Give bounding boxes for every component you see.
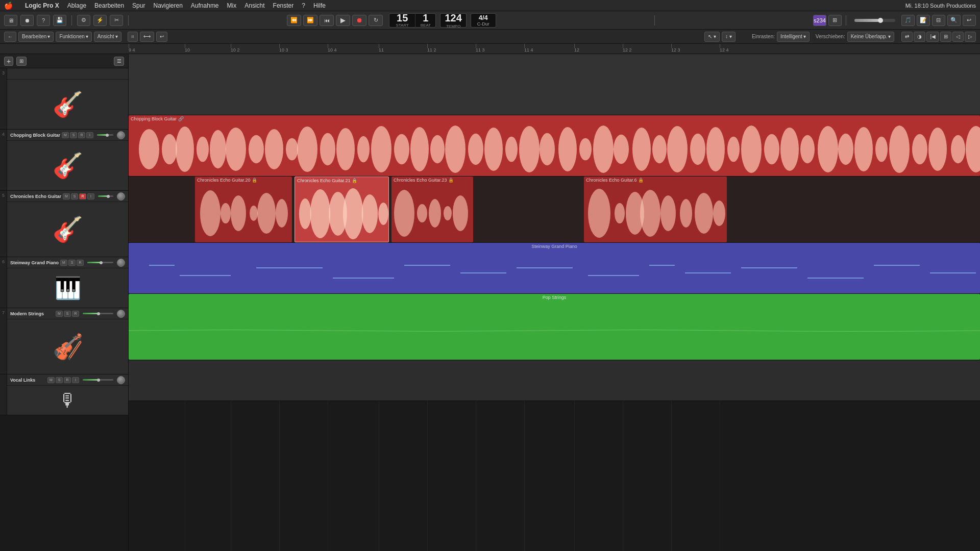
extra6[interactable]: ▷ — [965, 32, 976, 42]
ansicht-dropdown[interactable]: Ansicht ▾ — [94, 32, 121, 42]
datetime-display: Mi. 18:10 South Productions — [905, 3, 976, 9]
menu-spur[interactable]: Spur — [132, 2, 145, 9]
fast-forward-btn[interactable]: ⏩ — [303, 15, 317, 26]
tool2-btn[interactable]: ⊞ — [828, 15, 842, 26]
skip-back-btn[interactable]: ⏮ — [320, 15, 334, 26]
extra2[interactable]: ◑ — [914, 32, 925, 42]
loop-btn[interactable]: ↩ — [963, 15, 976, 26]
clip-chronicles-20[interactable]: Chronicles Echo Guitar.20 🔒 — [195, 177, 292, 242]
svg-point-56 — [362, 194, 378, 233]
volume-chopping[interactable] — [117, 131, 125, 139]
settings-btn[interactable]: ⚙ — [77, 15, 90, 26]
ruler-mark-122: 12 2 — [623, 44, 632, 54]
scissors-btn[interactable]: ✂ — [110, 15, 123, 26]
menu-mix[interactable]: Mix — [227, 2, 237, 9]
volume-strings[interactable] — [117, 310, 125, 318]
svg-point-51 — [276, 199, 288, 228]
rec-btn-chopping[interactable]: R — [78, 132, 85, 138]
menu-fenster[interactable]: Fenster — [273, 2, 294, 9]
track-view-btn[interactable]: ☰ — [114, 57, 124, 66]
start-label: START — [394, 23, 411, 28]
fader-strings[interactable] — [83, 313, 113, 314]
menu-hilfe[interactable]: Hilfe — [313, 2, 326, 9]
volume-vocal[interactable] — [117, 376, 125, 384]
tempo-display[interactable]: 124 TEMPO — [440, 13, 466, 28]
main-toolbar: 🖥 ⏺ ? 💾 ⚙ ⚡ ✂ ⏪ ⏩ ⏮ ▶ ⏺ ↻ 15 START 1 BEA… — [0, 11, 980, 30]
rec-btn-piano[interactable]: R — [77, 260, 84, 266]
mixer2-btn[interactable]: ⊟ — [932, 15, 945, 26]
fader-chronicles[interactable] — [98, 195, 113, 197]
menu-aufnahme[interactable]: Aufnahme — [191, 2, 219, 9]
extra5[interactable]: ◁ — [952, 32, 964, 42]
einrasten-value[interactable]: Intelligent ▾ — [777, 32, 810, 42]
volume-chronicles[interactable] — [117, 192, 125, 201]
rec-btn-vocal[interactable]: R — [64, 377, 71, 383]
cycle-btn[interactable]: ↻ — [369, 15, 383, 26]
svg-point-44 — [951, 135, 965, 163]
solo-btn-chopping[interactable]: S — [70, 132, 77, 138]
play-btn[interactable]: ▶ — [336, 15, 350, 26]
rec-btn-strings[interactable]: R — [72, 311, 79, 317]
verschieben-value[interactable]: Keine Überlapp. ▾ — [847, 32, 895, 42]
clip-chronicles-21[interactable]: Chronicles Echo Guitar.21 🔒 — [295, 177, 389, 242]
clip-chronicles-6[interactable]: Chronicles Echo Guitar.6 🔒 — [584, 177, 727, 242]
menu-bearbeiten[interactable]: Bearbeiten — [94, 2, 124, 9]
clip-piano[interactable]: Steinway Grand Piano — [129, 243, 980, 293]
fader-piano[interactable] — [87, 262, 113, 263]
fader-chopping[interactable] — [97, 134, 113, 136]
volume-piano[interactable] — [117, 259, 125, 267]
rewind-btn[interactable]: ⏪ — [287, 15, 301, 26]
cursor-tool[interactable]: ↖ ▾ — [704, 32, 720, 42]
menu-help[interactable]: ? — [302, 2, 305, 9]
mute-btn-chopping[interactable]: M — [62, 132, 69, 138]
extra1[interactable]: ⇄ — [901, 32, 913, 42]
mute-btn-piano[interactable]: M — [60, 260, 67, 266]
mute-btn-vocal[interactable]: M — [47, 377, 55, 383]
svg-point-26 — [614, 135, 629, 164]
solo-btn-chronicles[interactable]: S — [71, 193, 78, 199]
mixer-btn[interactable]: ⚡ — [93, 15, 107, 26]
input-btn-chronicles[interactable]: I — [87, 193, 94, 199]
menu-ablage[interactable]: Ablage — [67, 2, 86, 9]
svg-point-68 — [680, 199, 692, 228]
mute-btn-chronicles[interactable]: M — [63, 193, 70, 199]
position-display[interactable]: 15 START 1 BEAT — [389, 13, 436, 28]
tool1-btn[interactable]: s234 — [813, 15, 826, 26]
solo-btn-vocal[interactable]: S — [56, 377, 63, 383]
editor-btn[interactable]: 📝 — [917, 15, 930, 26]
align-btn[interactable]: ⟷ — [140, 32, 154, 42]
extra4[interactable]: ⊞ — [940, 32, 951, 42]
back-btn[interactable]: ← — [4, 32, 16, 42]
master-volume-slider[interactable] — [854, 19, 895, 22]
fader-vocal[interactable] — [83, 379, 113, 381]
solo-btn-strings[interactable]: S — [64, 311, 71, 317]
clip-chronicles-23[interactable]: Chronicles Echo Guitar.23 🔒 — [391, 177, 473, 242]
display-btn[interactable]: 🖥 — [4, 15, 17, 26]
input-btn-chopping[interactable]: I — [86, 132, 93, 138]
svg-point-18 — [468, 134, 483, 165]
bearbeiten-dropdown[interactable]: Bearbeiten ▾ — [18, 32, 54, 42]
tool2[interactable]: ↕ ▾ — [722, 32, 736, 42]
help-btn[interactable]: ? — [37, 15, 50, 26]
record-btn[interactable]: ⏺ — [352, 15, 366, 26]
track-options-btn[interactable]: ⊞ — [16, 57, 27, 66]
snap-icon[interactable]: ⌗ — [128, 32, 138, 42]
add-track-button[interactable]: + — [4, 57, 13, 66]
time-sig-display[interactable]: 4/4 C-Dur — [471, 13, 496, 28]
input-btn-vocal[interactable]: I — [72, 377, 79, 383]
funktionen-dropdown[interactable]: Funktionen ▾ — [56, 32, 91, 42]
svg-point-13 — [371, 126, 391, 172]
menu-ansicht[interactable]: Ansicht — [244, 2, 264, 9]
clip-chopping-block[interactable]: Chopping Block Guitar 🔗 — [129, 115, 980, 176]
menu-navigieren[interactable]: Navigieren — [153, 2, 182, 9]
mute-btn-strings[interactable]: M — [56, 311, 63, 317]
undo-btn[interactable]: ↩ — [156, 32, 167, 42]
solo-btn-piano[interactable]: S — [68, 260, 76, 266]
extra3[interactable]: |◀ — [926, 32, 939, 42]
clip-strings[interactable]: Pop Strings — [129, 294, 980, 360]
search-btn[interactable]: 🔍 — [947, 15, 961, 26]
smartcontrols-btn[interactable]: 🎵 — [901, 15, 915, 26]
save-btn[interactable]: 💾 — [53, 15, 66, 26]
rec-btn-chronicles[interactable]: R — [79, 193, 86, 199]
record-settings-btn[interactable]: ⏺ — [20, 15, 34, 26]
